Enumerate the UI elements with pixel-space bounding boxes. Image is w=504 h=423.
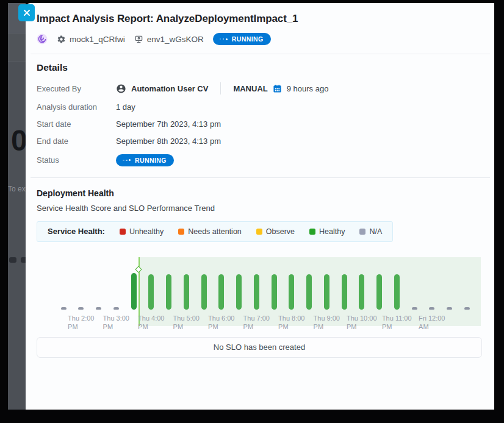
end-date-value: September 8th 2023, 4:13 pm (116, 137, 482, 146)
executed-by-value: Automation User CV MANUAL (116, 82, 482, 94)
drawer-header: Impact Analysis Report: AnalyzeDeploymen… (37, 13, 482, 45)
details-grid: Executed By Automation User CV MANUAL (37, 82, 482, 166)
details-heading: Details (37, 62, 482, 73)
pipeline-name: mock1_qCRfwi (70, 35, 125, 44)
user-icon (116, 84, 126, 94)
page-title: Impact Analysis Report: AnalyzeDeploymen… (37, 13, 482, 25)
legend-swatch (178, 229, 184, 235)
health-bar-na (96, 307, 101, 310)
slo-empty-state: No SLO has been created (37, 337, 482, 358)
x-axis-tick-label: Thu 7:00PM (243, 314, 270, 331)
legend-item: N/A (359, 227, 382, 236)
section-divider (31, 177, 490, 178)
legend-items: UnhealthyNeeds attentionObserveHealthyN/… (120, 227, 382, 236)
x-axis-tick-label: Thu 5:00PM (173, 314, 200, 331)
background-clipped-text: To exp (8, 185, 26, 193)
calendar-icon (273, 84, 282, 93)
deployment-health-section: Deployment Health Service Health Score a… (37, 188, 482, 358)
section-divider (31, 54, 490, 54)
end-date-label: End date (37, 137, 116, 146)
running-spinner-dots (123, 159, 131, 161)
close-icon (23, 9, 31, 16)
health-bar-na (78, 307, 84, 310)
trigger-type: MANUAL (233, 84, 267, 93)
health-bar-healthy[interactable] (201, 274, 207, 310)
executed-time: 9 hours ago (287, 84, 329, 93)
health-bar-healthy[interactable] (359, 274, 364, 310)
x-axis-tick-label: Thu 2:00PM (68, 314, 94, 331)
health-bar-healthy[interactable] (306, 274, 312, 310)
impact-analysis-drawer: Impact Analysis Report: AnalyzeDeploymen… (26, 3, 494, 410)
health-bar-healthy[interactable] (376, 274, 382, 310)
app-screen: 0 To exp Impact Analysis Report: Analyze… (0, 0, 504, 423)
health-bar-healthy[interactable] (394, 274, 400, 310)
x-axis-tick-label: Thu 4:00PM (138, 314, 164, 331)
legend-item: Unhealthy (120, 227, 164, 236)
health-bar-healthy[interactable] (166, 274, 171, 310)
health-bar-na (447, 307, 452, 310)
x-axis-tick-label: Thu 3:00PM (103, 314, 129, 331)
legend-swatch (359, 229, 365, 235)
x-axis-tick-label: Thu 8:00PM (278, 314, 304, 331)
chart-subtitle: Service Health Score and SLO Performance… (37, 204, 482, 213)
health-bar-healthy[interactable] (131, 273, 137, 310)
slo-empty-message: No SLO has been created (214, 343, 305, 352)
executed-by-label: Executed By (37, 84, 116, 93)
gear-icon (57, 35, 66, 44)
background-chip (9, 257, 16, 263)
legend-label: Observe (266, 227, 295, 236)
background-chip (21, 257, 26, 263)
legend-label: Needs attention (188, 227, 242, 236)
legend-label: Unhealthy (129, 227, 164, 236)
health-bar-na (61, 307, 67, 310)
status-label: Status (37, 155, 116, 165)
legend-swatch (309, 229, 315, 235)
health-bar-healthy[interactable] (184, 274, 189, 310)
legend-title: Service Health: (48, 227, 105, 236)
status-badge-label: RUNNING (232, 35, 264, 43)
x-axis-tick-label: Thu 11:00PM (382, 314, 412, 331)
close-drawer-button[interactable] (18, 4, 35, 21)
health-bar-healthy[interactable] (342, 274, 347, 310)
status-badge-label: RUNNING (135, 157, 167, 164)
status-value: RUNNING (116, 154, 482, 166)
status-badge: RUNNING (116, 154, 174, 166)
background-band (8, 34, 26, 62)
environment-name: env1_wGsKOR (147, 35, 204, 44)
legend-swatch (120, 229, 126, 235)
environment-meta: env1_wGsKOR (134, 35, 204, 44)
health-bar-healthy[interactable] (236, 274, 242, 310)
legend-item: Needs attention (178, 227, 242, 236)
legend-label: Healthy (319, 227, 345, 236)
legend-label: N/A (369, 227, 382, 236)
health-bar-healthy[interactable] (289, 274, 294, 310)
running-spinner-dots (220, 38, 228, 40)
service-health-chart: Thu 2:00PMThu 3:00PMThu 4:00PMThu 5:00PM… (37, 249, 482, 329)
analysis-duration-value: 1 day (116, 102, 482, 112)
legend-swatch (256, 229, 262, 235)
x-axis-tick-label: Thu 9:00PM (314, 314, 340, 331)
executed-by-user: Automation User CV (131, 84, 208, 93)
health-bar-healthy[interactable] (254, 274, 259, 310)
health-bar-healthy[interactable] (272, 274, 277, 310)
legend-item: Healthy (309, 227, 345, 236)
analysis-duration-label: Analysis duration (37, 102, 116, 112)
pipeline-meta: mock1_qCRfwi (57, 35, 125, 44)
health-bar-healthy[interactable] (148, 274, 154, 310)
health-bar-healthy[interactable] (218, 274, 224, 310)
service-health-legend: Service Health: UnhealthyNeeds attention… (37, 221, 393, 242)
health-bar-na (412, 307, 417, 310)
x-axis-tick-label: Thu 6:00PM (208, 314, 234, 331)
environment-icon (134, 35, 143, 44)
pipeline-avatar-icon (37, 34, 48, 44)
start-date-label: Start date (37, 119, 116, 129)
report-meta-row: mock1_qCRfwi env1_wGsKOR (37, 33, 482, 45)
health-bar-healthy[interactable] (324, 274, 329, 310)
dimmed-background-app: 0 To exp (8, 3, 26, 410)
vertical-separator (220, 82, 221, 94)
status-badge: RUNNING (213, 33, 271, 45)
details-section: Details Executed By Automation User CV M… (37, 62, 482, 166)
health-bar-na (113, 307, 119, 310)
health-bar-na (464, 307, 470, 310)
background-metric-value: 0 (11, 124, 26, 157)
